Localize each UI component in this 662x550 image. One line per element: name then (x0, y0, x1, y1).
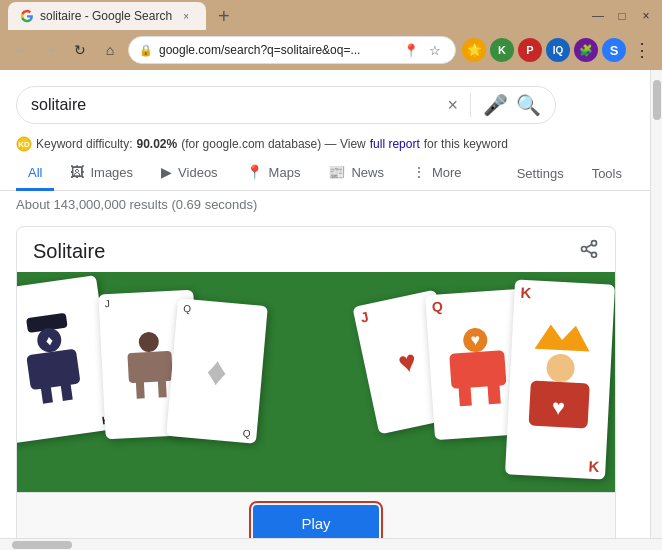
active-tab[interactable]: solitaire - Google Search × (8, 2, 206, 30)
location-icon[interactable]: 📍 (401, 40, 421, 60)
url-text: google.com/search?q=solitaire&oq=... (159, 43, 395, 57)
settings-tab[interactable]: Settings (505, 158, 576, 189)
user-ext-icon[interactable]: S (602, 38, 626, 62)
back-button[interactable]: ← (8, 38, 32, 62)
maps-tab-icon: 📍 (246, 164, 263, 180)
tab-images-label: Images (90, 165, 133, 180)
tab-close-button[interactable]: × (178, 8, 194, 24)
svg-rect-15 (135, 380, 144, 398)
kd-link-suffix: for this keyword (424, 137, 508, 151)
red-ext-icon[interactable]: P (518, 38, 542, 62)
tab-images[interactable]: 🖼 Images (58, 156, 145, 191)
forward-button[interactable]: → (38, 38, 62, 62)
extensions-toolbar: 🌟 K P IQ 🧩 S ⋮ (462, 38, 654, 62)
address-bar: ← → ↻ ⌂ 🔒 google.com/search?q=solitaire&… (0, 32, 662, 70)
new-tab-button[interactable]: + (210, 5, 238, 28)
svg-rect-16 (157, 379, 166, 397)
vertical-scrollbar[interactable] (650, 70, 662, 538)
tabs-container: solitaire - Google Search × + (8, 2, 238, 30)
search-container: solitaire × 🎤 🔍 (0, 70, 650, 132)
share-icon[interactable] (579, 239, 599, 264)
horizontal-scrollbar-thumb[interactable] (12, 541, 72, 549)
svg-point-23 (545, 353, 574, 382)
svg-rect-14 (127, 350, 173, 382)
svg-point-2 (592, 241, 597, 246)
search-mic-button[interactable]: 🎤 (483, 93, 508, 117)
search-tabs: All 🖼 Images ▶ Videos 📍 Maps 📰 News ⋮ Mo… (0, 152, 650, 191)
tab-videos[interactable]: ▶ Videos (149, 156, 230, 191)
svg-point-4 (592, 252, 597, 257)
kd-prefix: Keyword difficulty: (36, 137, 133, 151)
svg-point-13 (138, 331, 159, 352)
svg-point-3 (582, 247, 587, 252)
solitaire-game-image[interactable]: K ♦ K (17, 272, 615, 492)
svg-rect-18 (449, 350, 506, 389)
window-controls: — □ × (590, 8, 654, 24)
solitaire-card-header: Solitaire (17, 227, 615, 272)
svg-text:♥: ♥ (470, 330, 481, 348)
search-divider (470, 93, 471, 117)
chrome-menu-button[interactable]: ⋮ (630, 38, 654, 62)
results-count: About 143,000,000 results (0.69 seconds) (0, 191, 650, 218)
browser-content: solitaire × 🎤 🔍 KD Keyword difficulty: 9… (0, 70, 662, 538)
scrollbar-thumb[interactable] (653, 80, 661, 120)
svg-text:♥: ♥ (551, 394, 565, 420)
url-bar[interactable]: 🔒 google.com/search?q=solitaire&oq=... 📍… (128, 36, 456, 64)
solitaire-card-title: Solitaire (33, 240, 105, 263)
tab-favicon (20, 9, 34, 23)
green-ext-icon[interactable]: K (490, 38, 514, 62)
tab-news[interactable]: 📰 News (316, 156, 396, 191)
star-icon[interactable]: ☆ (425, 40, 445, 60)
blue-ext-icon[interactable]: IQ (546, 38, 570, 62)
lock-icon: 🔒 (139, 44, 153, 57)
refresh-button[interactable]: ↻ (68, 38, 92, 62)
search-box[interactable]: solitaire × 🎤 🔍 (16, 86, 556, 124)
play-button-area: Play (17, 492, 615, 538)
tab-all-label: All (28, 165, 42, 180)
horizontal-scrollbar[interactable] (0, 538, 662, 550)
tab-more[interactable]: ⋮ More (400, 156, 474, 191)
minimize-button[interactable]: — (590, 8, 606, 24)
images-tab-icon: 🖼 (70, 164, 84, 180)
svg-line-5 (586, 250, 592, 253)
tab-maps-label: Maps (269, 165, 301, 180)
url-action-icons: 📍 ☆ (401, 40, 445, 60)
tab-videos-label: Videos (178, 165, 218, 180)
news-tab-icon: 📰 (328, 164, 345, 180)
title-bar: solitaire - Google Search × + — □ × (0, 0, 662, 32)
solitaire-card: Solitaire K (16, 226, 616, 538)
svg-marker-22 (534, 323, 590, 351)
yellow-ext-icon[interactable]: 🌟 (462, 38, 486, 62)
svg-rect-20 (487, 383, 500, 404)
svg-rect-19 (458, 385, 471, 406)
tab-maps[interactable]: 📍 Maps (234, 156, 313, 191)
tab-all[interactable]: All (16, 157, 54, 191)
svg-rect-9 (26, 348, 80, 390)
home-button[interactable]: ⌂ (98, 38, 122, 62)
search-query-text: solitaire (31, 96, 439, 114)
tab-more-label: More (432, 165, 462, 180)
page-content: solitaire × 🎤 🔍 KD Keyword difficulty: 9… (0, 70, 650, 538)
kd-full-report-link[interactable]: full report (370, 137, 420, 151)
more-tab-icon: ⋮ (412, 164, 426, 180)
play-button[interactable]: Play (253, 505, 378, 538)
keyword-difficulty-icon: KD (16, 136, 32, 152)
search-clear-button[interactable]: × (447, 95, 458, 116)
restore-button[interactable]: □ (614, 8, 630, 24)
tab-news-label: News (351, 165, 384, 180)
videos-tab-icon: ▶ (161, 164, 172, 180)
close-button[interactable]: × (638, 8, 654, 24)
tools-tab[interactable]: Tools (580, 158, 634, 189)
puzzle-ext-icon[interactable]: 🧩 (574, 38, 598, 62)
svg-text:KD: KD (18, 140, 30, 149)
kd-value: 90.02% (137, 137, 178, 151)
search-submit-button[interactable]: 🔍 (516, 93, 541, 117)
tab-title: solitaire - Google Search (40, 9, 172, 23)
keyword-difficulty-bar: KD Keyword difficulty: 90.02% (for googl… (0, 132, 650, 152)
kd-suffix: (for google.com database) — View (181, 137, 366, 151)
svg-line-6 (586, 244, 592, 247)
